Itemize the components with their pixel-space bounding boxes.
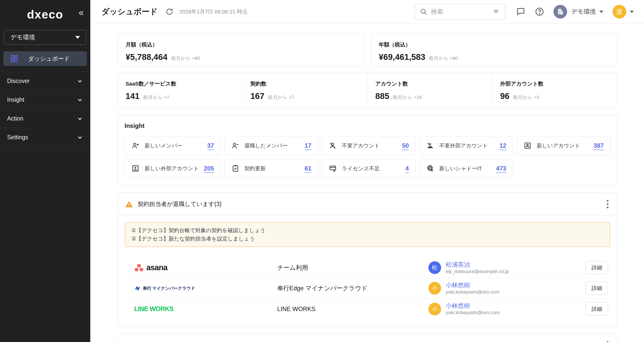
person-cell: 小 小林悠樹 yuki.kobayashi@oro.com — [428, 281, 586, 295]
org-label: デモ環境 — [571, 8, 596, 16]
line-works-logo: LINE WORKS — [134, 305, 173, 313]
chip-count-link[interactable]: 4 — [405, 165, 409, 172]
card-label: 年額（税込） — [379, 41, 610, 48]
chip-count-link[interactable]: 473 — [496, 165, 506, 172]
service-logo-cell: LINE WORKS — [127, 305, 277, 313]
detail-button[interactable]: 詳細 — [586, 302, 608, 316]
stat-delta: 前月から +0 — [513, 94, 539, 101]
alert-header: 契約担当者が不明です(85) — [118, 334, 617, 342]
table-row: LINE WORKS LINE WORKS 小 小林悠樹 yuki.kobaya… — [125, 299, 610, 319]
chip-label: 契約更新 — [245, 165, 266, 172]
shadow-it-icon — [426, 164, 434, 173]
stat-value: 141 — [126, 91, 140, 101]
org-switcher[interactable]: デモ環境 — [553, 5, 603, 19]
tip-line: ①【デクセコ】契約台帳で対象の契約を確認しましょう — [131, 226, 604, 235]
service-name: 奉行Edge マイナンバークラウド — [277, 284, 428, 292]
chevron-down-icon — [77, 115, 83, 122]
chip-count-link[interactable]: 61 — [305, 165, 311, 172]
chip-label: 新しいシャドーIT — [439, 165, 482, 172]
chip-label: 退職したメンバー — [245, 142, 288, 149]
sidebar-item-dashboard[interactable]: ダッシュボード — [3, 51, 87, 66]
data-timestamp: 2026年1月7日 06:00:21 時点 — [179, 8, 248, 15]
yearly-cost-card: 年額（税込） ¥69,461,583 前月から +¥0 — [371, 34, 617, 66]
stat-label: SaaS数／サービス数 — [126, 80, 235, 87]
filter-icon[interactable] — [492, 8, 500, 15]
user-menu[interactable]: 渡 — [613, 5, 634, 19]
person-name-link[interactable]: 小林悠樹 — [446, 281, 500, 289]
alert-title: 契約担当者が退職しています(3) — [138, 200, 221, 208]
chip-unneeded-external-accounts[interactable]: 不要外部アカウント 12 — [419, 136, 513, 155]
stat-label: 契約数 — [250, 80, 360, 87]
person-off-filled-icon — [426, 142, 434, 150]
bugyo-wordmark: 奉行 マイナンバークラウド — [143, 285, 195, 291]
sidebar-group-discover[interactable]: Discover — [0, 72, 90, 91]
person-email: yuki.kobayashi@oro.com — [446, 310, 500, 316]
card-delta: 前月から +¥0 — [429, 55, 458, 62]
sidebar-logo-row: dxeco « — [0, 0, 90, 25]
org-avatar — [553, 5, 567, 19]
monthly-cost-card: 月額（税込） ¥5,788,464 前月から +¥0 — [118, 34, 364, 66]
warning-icon — [125, 200, 133, 208]
stats-row: SaaS数／サービス数 141前月から +7 契約数 167前月から +7 アカ… — [118, 73, 617, 108]
search-input[interactable] — [431, 8, 489, 15]
chevron-down-icon — [77, 78, 83, 84]
search-icon — [420, 8, 427, 15]
chip-new-members[interactable]: 新しいメンバー 37 — [125, 136, 221, 155]
detail-button[interactable]: 詳細 — [586, 261, 608, 274]
chip-unneeded-accounts[interactable]: 不要アカウント 50 — [322, 136, 416, 155]
badge-icon — [524, 142, 532, 150]
sidebar-group-settings[interactable]: Settings — [0, 128, 90, 147]
person-name-link[interactable]: 小林悠樹 — [446, 302, 500, 310]
chat-icon[interactable] — [516, 7, 526, 16]
person-avatar: 小 — [428, 282, 441, 295]
sidebar-group-insight[interactable]: Insight — [0, 91, 90, 109]
chip-license-shortage[interactable]: ライセンス不足 4 — [322, 159, 416, 178]
chip-new-accounts[interactable]: 新しいアカウント 387 — [517, 136, 611, 155]
main-area: ダッシュボード 2026年1月7日 06:00:21 時点 — [90, 0, 644, 342]
search-box — [414, 4, 505, 20]
dxeco-logo: dxeco — [27, 8, 63, 21]
chip-count-link[interactable]: 50 — [402, 142, 409, 149]
chevron-down-icon — [75, 36, 80, 39]
environment-selector[interactable]: デモ環境 — [4, 30, 86, 45]
chip-count-link[interactable]: 205 — [204, 165, 214, 172]
stat-value: 96 — [500, 91, 510, 101]
top-header: ダッシュボード 2026年1月7日 06:00:21 時点 — [90, 0, 644, 24]
kebab-menu-icon[interactable] — [605, 198, 610, 210]
person-email: yuki.kobayashi@oro.com — [446, 289, 500, 295]
detail-button[interactable]: 詳細 — [586, 282, 608, 295]
card-value: ¥69,461,583 — [379, 52, 425, 62]
chevron-down-icon — [77, 134, 83, 141]
kebab-menu-icon[interactable] — [605, 339, 610, 342]
service-logo-cell: 奉行 マイナンバークラウド — [127, 285, 277, 292]
sidebar-group-label: Settings — [7, 134, 28, 141]
stat-label: アカウント数 — [375, 80, 485, 87]
chevron-down-icon — [599, 11, 603, 13]
card-delta: 前月から +¥0 — [171, 55, 200, 62]
tip-line: ②【デクセコ】新たな契約担当者を設定しましょう — [131, 235, 604, 243]
building-icon — [556, 8, 564, 15]
table-row: 奉行 マイナンバークラウド 奉行Edge マイナンバークラウド 小 小林悠樹 y… — [125, 278, 610, 299]
person-cell: 松 松浦英治 eiji_matsuura@example.co.jp — [428, 261, 586, 275]
chip-new-shadow-it[interactable]: 新しいシャドーIT 473 — [419, 159, 513, 178]
chip-count-link[interactable]: 37 — [207, 142, 214, 149]
help-icon[interactable] — [535, 7, 544, 16]
alert-retired-owners: 契約担当者が退職しています(3) ①【デクセコ】契約台帳で対象の契約を確認しまし… — [118, 193, 617, 327]
chip-label: ライセンス不足 — [342, 165, 380, 172]
chip-count-link[interactable]: 387 — [594, 142, 604, 149]
chip-label: 不要外部アカウント — [439, 142, 488, 149]
sidebar-group-label: Insight — [7, 96, 24, 103]
chip-new-external-accounts[interactable]: 新しい外部アカウント 205 — [125, 159, 221, 178]
person-avatar: 松 — [428, 261, 441, 274]
dashboard-icon — [10, 54, 19, 63]
chip-retired-members[interactable]: 退職したメンバー 17 — [224, 136, 318, 155]
bugyo-logo: 奉行 マイナンバークラウド — [134, 285, 195, 292]
sidebar-collapse-icon[interactable]: « — [79, 8, 84, 17]
chip-count-link[interactable]: 12 — [499, 142, 506, 149]
sidebar-group-action[interactable]: Action — [0, 109, 90, 128]
chip-count-link[interactable]: 17 — [305, 142, 311, 149]
stat-delta: 前月から +7 — [143, 94, 169, 101]
person-name-link[interactable]: 松浦英治 — [446, 261, 509, 268]
refresh-icon[interactable] — [165, 7, 174, 16]
chip-contract-renewal[interactable]: 契約更新 61 — [224, 159, 318, 178]
